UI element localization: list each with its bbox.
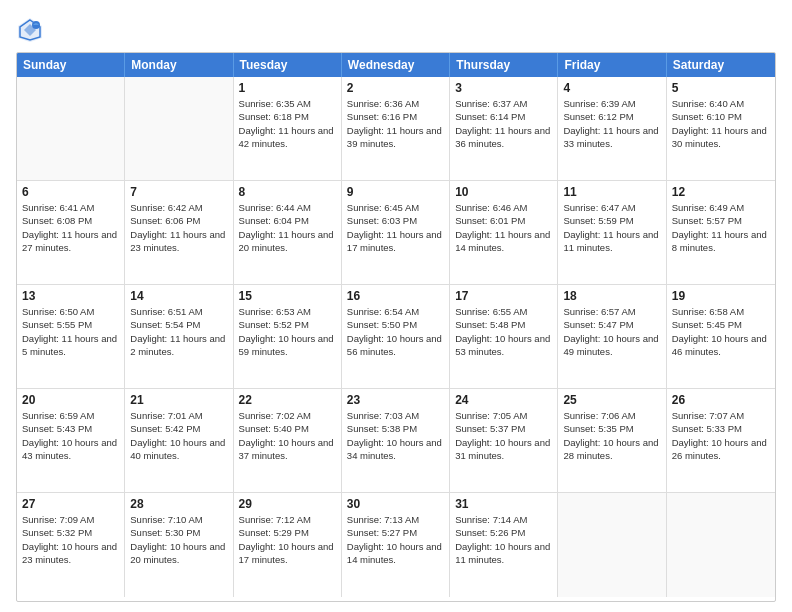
header-day-monday: Monday (125, 53, 233, 77)
day-number: 9 (347, 185, 444, 199)
day-cell-8: 8Sunrise: 6:44 AM Sunset: 6:04 PM Daylig… (234, 181, 342, 284)
calendar: SundayMondayTuesdayWednesdayThursdayFrid… (16, 52, 776, 602)
header-day-saturday: Saturday (667, 53, 775, 77)
day-number: 12 (672, 185, 770, 199)
day-cell-29: 29Sunrise: 7:12 AM Sunset: 5:29 PM Dayli… (234, 493, 342, 597)
day-number: 16 (347, 289, 444, 303)
calendar-row-5: 27Sunrise: 7:09 AM Sunset: 5:32 PM Dayli… (17, 493, 775, 597)
page: SundayMondayTuesdayWednesdayThursdayFrid… (0, 0, 792, 612)
day-info: Sunrise: 6:39 AM Sunset: 6:12 PM Dayligh… (563, 97, 660, 150)
day-cell-22: 22Sunrise: 7:02 AM Sunset: 5:40 PM Dayli… (234, 389, 342, 492)
day-info: Sunrise: 6:36 AM Sunset: 6:16 PM Dayligh… (347, 97, 444, 150)
day-number: 29 (239, 497, 336, 511)
day-number: 25 (563, 393, 660, 407)
day-info: Sunrise: 6:51 AM Sunset: 5:54 PM Dayligh… (130, 305, 227, 358)
day-number: 18 (563, 289, 660, 303)
day-cell-5: 5Sunrise: 6:40 AM Sunset: 6:10 PM Daylig… (667, 77, 775, 180)
day-info: Sunrise: 6:45 AM Sunset: 6:03 PM Dayligh… (347, 201, 444, 254)
day-cell-16: 16Sunrise: 6:54 AM Sunset: 5:50 PM Dayli… (342, 285, 450, 388)
day-cell-17: 17Sunrise: 6:55 AM Sunset: 5:48 PM Dayli… (450, 285, 558, 388)
day-number: 21 (130, 393, 227, 407)
day-number: 5 (672, 81, 770, 95)
day-cell-27: 27Sunrise: 7:09 AM Sunset: 5:32 PM Dayli… (17, 493, 125, 597)
day-info: Sunrise: 7:03 AM Sunset: 5:38 PM Dayligh… (347, 409, 444, 462)
day-number: 31 (455, 497, 552, 511)
day-cell-7: 7Sunrise: 6:42 AM Sunset: 6:06 PM Daylig… (125, 181, 233, 284)
day-info: Sunrise: 6:46 AM Sunset: 6:01 PM Dayligh… (455, 201, 552, 254)
day-info: Sunrise: 6:35 AM Sunset: 6:18 PM Dayligh… (239, 97, 336, 150)
empty-cell (17, 77, 125, 180)
day-info: Sunrise: 6:58 AM Sunset: 5:45 PM Dayligh… (672, 305, 770, 358)
day-cell-2: 2Sunrise: 6:36 AM Sunset: 6:16 PM Daylig… (342, 77, 450, 180)
day-info: Sunrise: 6:49 AM Sunset: 5:57 PM Dayligh… (672, 201, 770, 254)
day-cell-21: 21Sunrise: 7:01 AM Sunset: 5:42 PM Dayli… (125, 389, 233, 492)
day-number: 6 (22, 185, 119, 199)
day-number: 28 (130, 497, 227, 511)
day-cell-18: 18Sunrise: 6:57 AM Sunset: 5:47 PM Dayli… (558, 285, 666, 388)
day-cell-20: 20Sunrise: 6:59 AM Sunset: 5:43 PM Dayli… (17, 389, 125, 492)
day-number: 3 (455, 81, 552, 95)
day-number: 20 (22, 393, 119, 407)
day-info: Sunrise: 7:12 AM Sunset: 5:29 PM Dayligh… (239, 513, 336, 566)
header-day-wednesday: Wednesday (342, 53, 450, 77)
calendar-row-3: 13Sunrise: 6:50 AM Sunset: 5:55 PM Dayli… (17, 285, 775, 389)
day-number: 10 (455, 185, 552, 199)
day-info: Sunrise: 7:05 AM Sunset: 5:37 PM Dayligh… (455, 409, 552, 462)
day-info: Sunrise: 6:53 AM Sunset: 5:52 PM Dayligh… (239, 305, 336, 358)
day-cell-24: 24Sunrise: 7:05 AM Sunset: 5:37 PM Dayli… (450, 389, 558, 492)
day-info: Sunrise: 6:47 AM Sunset: 5:59 PM Dayligh… (563, 201, 660, 254)
day-cell-26: 26Sunrise: 7:07 AM Sunset: 5:33 PM Dayli… (667, 389, 775, 492)
header (16, 16, 776, 44)
day-number: 4 (563, 81, 660, 95)
day-number: 23 (347, 393, 444, 407)
day-cell-31: 31Sunrise: 7:14 AM Sunset: 5:26 PM Dayli… (450, 493, 558, 597)
calendar-row-4: 20Sunrise: 6:59 AM Sunset: 5:43 PM Dayli… (17, 389, 775, 493)
day-number: 2 (347, 81, 444, 95)
day-info: Sunrise: 6:37 AM Sunset: 6:14 PM Dayligh… (455, 97, 552, 150)
day-cell-3: 3Sunrise: 6:37 AM Sunset: 6:14 PM Daylig… (450, 77, 558, 180)
day-cell-4: 4Sunrise: 6:39 AM Sunset: 6:12 PM Daylig… (558, 77, 666, 180)
calendar-header: SundayMondayTuesdayWednesdayThursdayFrid… (17, 53, 775, 77)
day-cell-14: 14Sunrise: 6:51 AM Sunset: 5:54 PM Dayli… (125, 285, 233, 388)
day-number: 15 (239, 289, 336, 303)
header-day-thursday: Thursday (450, 53, 558, 77)
day-info: Sunrise: 7:13 AM Sunset: 5:27 PM Dayligh… (347, 513, 444, 566)
day-cell-19: 19Sunrise: 6:58 AM Sunset: 5:45 PM Dayli… (667, 285, 775, 388)
day-number: 30 (347, 497, 444, 511)
day-info: Sunrise: 7:09 AM Sunset: 5:32 PM Dayligh… (22, 513, 119, 566)
day-number: 17 (455, 289, 552, 303)
calendar-row-1: 1Sunrise: 6:35 AM Sunset: 6:18 PM Daylig… (17, 77, 775, 181)
calendar-body: 1Sunrise: 6:35 AM Sunset: 6:18 PM Daylig… (17, 77, 775, 597)
day-cell-12: 12Sunrise: 6:49 AM Sunset: 5:57 PM Dayli… (667, 181, 775, 284)
logo-icon (16, 16, 44, 44)
day-info: Sunrise: 7:10 AM Sunset: 5:30 PM Dayligh… (130, 513, 227, 566)
day-cell-10: 10Sunrise: 6:46 AM Sunset: 6:01 PM Dayli… (450, 181, 558, 284)
day-number: 13 (22, 289, 119, 303)
day-number: 22 (239, 393, 336, 407)
day-cell-30: 30Sunrise: 7:13 AM Sunset: 5:27 PM Dayli… (342, 493, 450, 597)
day-number: 27 (22, 497, 119, 511)
day-info: Sunrise: 7:01 AM Sunset: 5:42 PM Dayligh… (130, 409, 227, 462)
day-info: Sunrise: 6:55 AM Sunset: 5:48 PM Dayligh… (455, 305, 552, 358)
header-day-tuesday: Tuesday (234, 53, 342, 77)
day-cell-11: 11Sunrise: 6:47 AM Sunset: 5:59 PM Dayli… (558, 181, 666, 284)
empty-cell (125, 77, 233, 180)
day-number: 14 (130, 289, 227, 303)
day-cell-25: 25Sunrise: 7:06 AM Sunset: 5:35 PM Dayli… (558, 389, 666, 492)
empty-cell (558, 493, 666, 597)
day-cell-6: 6Sunrise: 6:41 AM Sunset: 6:08 PM Daylig… (17, 181, 125, 284)
day-info: Sunrise: 6:42 AM Sunset: 6:06 PM Dayligh… (130, 201, 227, 254)
logo (16, 16, 48, 44)
day-info: Sunrise: 6:50 AM Sunset: 5:55 PM Dayligh… (22, 305, 119, 358)
day-cell-15: 15Sunrise: 6:53 AM Sunset: 5:52 PM Dayli… (234, 285, 342, 388)
day-info: Sunrise: 6:59 AM Sunset: 5:43 PM Dayligh… (22, 409, 119, 462)
day-number: 7 (130, 185, 227, 199)
day-info: Sunrise: 6:54 AM Sunset: 5:50 PM Dayligh… (347, 305, 444, 358)
day-info: Sunrise: 6:57 AM Sunset: 5:47 PM Dayligh… (563, 305, 660, 358)
empty-cell (667, 493, 775, 597)
day-info: Sunrise: 6:40 AM Sunset: 6:10 PM Dayligh… (672, 97, 770, 150)
day-number: 8 (239, 185, 336, 199)
day-info: Sunrise: 6:41 AM Sunset: 6:08 PM Dayligh… (22, 201, 119, 254)
calendar-row-2: 6Sunrise: 6:41 AM Sunset: 6:08 PM Daylig… (17, 181, 775, 285)
day-number: 19 (672, 289, 770, 303)
